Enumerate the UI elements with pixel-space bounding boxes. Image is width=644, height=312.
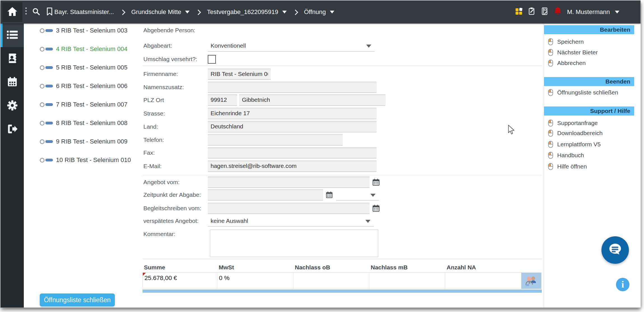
mouse-icon <box>548 59 554 67</box>
bidder-key-icon <box>40 158 53 163</box>
bookmark-icon[interactable] <box>46 7 53 17</box>
cell-summe[interactable]: 25.678,00 € <box>143 273 217 289</box>
bidder-key-icon <box>40 121 53 126</box>
chat-button[interactable] <box>601 236 629 264</box>
bidder-label: 6 RIB Test - Selenium 006 <box>56 82 127 90</box>
sidebar-item-calendar[interactable] <box>1 71 24 94</box>
contacts-icon <box>7 53 18 65</box>
mouse-icon <box>548 141 554 148</box>
sidebar-item-opening-list[interactable] <box>1 24 24 47</box>
bidder-pair-icon[interactable]: CD <box>521 273 542 289</box>
list-item[interactable]: 6 RIB Test - Selenium 006 <box>24 77 141 95</box>
sidebar-item-logout[interactable] <box>1 118 24 141</box>
ort-input[interactable] <box>239 94 386 106</box>
date-picker-icon[interactable] <box>372 204 380 212</box>
list-item[interactable]: 8 RIB Test - Selenium 008 <box>24 114 141 132</box>
cell-nachlass-mb[interactable] <box>369 273 445 289</box>
chat-bubble-icon <box>607 241 623 259</box>
zeitpunkt-uhrzeit-select[interactable] <box>336 189 379 200</box>
close-opening-list-button[interactable]: Öffnungsliste schließen <box>40 293 115 306</box>
action-speichern[interactable]: Speichern <box>548 38 634 46</box>
action-label: Lernplattform V5 <box>557 141 601 148</box>
action-hilfe-oeffnen[interactable]: Hilfe öffnen <box>548 162 634 171</box>
kommentar-textarea[interactable] <box>210 230 378 257</box>
caret-down-icon[interactable] <box>282 11 287 13</box>
umschlag-versehrt-checkbox[interactable] <box>208 55 216 64</box>
mouse-icon <box>548 130 554 137</box>
verspaetetes-angebot-select[interactable]: keine Auswahl <box>208 215 374 227</box>
list-item-selected[interactable]: 4 RIB Test - Selenium 004 <box>24 40 141 58</box>
section-divider <box>143 175 542 175</box>
caret-down-icon <box>365 220 370 223</box>
table-horizontal-scrollbar[interactable] <box>143 290 542 293</box>
home-button[interactable] <box>2 2 22 22</box>
info-icon[interactable]: i <box>616 278 629 291</box>
notebook-edit-icon[interactable] <box>541 7 549 17</box>
table-row: 25.678,00 € 0 % CD <box>143 273 542 289</box>
breadcrumb-item-tender[interactable]: Testvergabe_1622095919 <box>207 8 286 16</box>
action-lernplattform[interactable]: Lernplattform V5 <box>548 140 634 149</box>
fax-input[interactable] <box>208 147 377 158</box>
bidder-key-icon <box>40 47 53 52</box>
cell-anzahl-na[interactable] <box>445 273 521 289</box>
field-label-angebot-vom: Angebot vom: <box>143 179 208 186</box>
field-label-telefon: Telefon: <box>143 137 208 143</box>
search-icon[interactable] <box>32 7 40 17</box>
list-item[interactable]: 7 RIB Test - Selenium 007 <box>24 95 141 114</box>
breadcrumb-item-oeffnung[interactable]: Öffnung <box>304 8 334 16</box>
action-abbrechen[interactable]: Abbrechen <box>548 59 634 67</box>
field-label-email: E-Mail: <box>143 163 208 170</box>
list-item[interactable]: 10 RIB Test - Selenium 010 <box>24 151 141 169</box>
begleitschreiben-input[interactable] <box>208 203 370 214</box>
action-oeffnungsliste-schliessen[interactable]: Öffnungsliste schließen <box>548 88 634 97</box>
action-label: Nächster Bieter <box>557 49 598 56</box>
cell-mwst[interactable]: 0 % <box>217 273 293 289</box>
list-item[interactable]: 3 RIB Test - Selenium 003 <box>24 21 141 40</box>
field-label-namenszusatz: Namenszusatz: <box>143 84 208 91</box>
field-label-verspaetetes-angebot: verspätetes Angebot: <box>143 218 208 224</box>
caret-down-icon[interactable] <box>185 11 190 13</box>
notification-bell-icon[interactable] <box>554 7 562 17</box>
action-label: Abbrechen <box>557 60 586 66</box>
list-item[interactable]: 5 RIB Test - Selenium 005 <box>24 58 141 77</box>
apps-grid-icon[interactable] <box>515 7 523 17</box>
totals-table-header: Summe MwSt Nachlass oB Nachlass mB Anzah… <box>143 262 542 273</box>
abgabeart-select[interactable]: Konventionell <box>208 40 375 52</box>
action-handbuch[interactable]: Handbuch <box>548 151 634 160</box>
date-picker-icon[interactable] <box>372 178 380 186</box>
breadcrumb-item-project[interactable]: Grundschule Mitte <box>131 8 190 16</box>
firmenname-input[interactable] <box>208 68 271 80</box>
date-picker-icon[interactable] <box>326 191 333 198</box>
email-input[interactable] <box>208 160 377 172</box>
breadcrumb-label: Testvergabe_1622095919 <box>207 8 278 16</box>
breadcrumb-label: Grundschule Mitte <box>131 8 181 16</box>
chevron-right-icon <box>293 10 298 15</box>
bidder-label: 7 RIB Test - Selenium 007 <box>56 101 127 108</box>
caret-down-icon <box>366 45 371 48</box>
bidder-label: 8 RIB Test - Selenium 008 <box>56 119 127 127</box>
sidebar-item-contacts[interactable] <box>1 47 24 71</box>
angebot-vom-input[interactable] <box>208 176 370 188</box>
breadcrumb-label: Öffnung <box>304 8 326 16</box>
cell-nachlass-ob[interactable] <box>293 273 369 289</box>
action-supportanfrage[interactable]: Supportanfrage <box>548 119 634 127</box>
strasse-input[interactable] <box>208 108 377 119</box>
land-input[interactable] <box>208 121 377 132</box>
breadcrumb-item-office[interactable]: Bayr. Staatsminister... <box>54 8 114 16</box>
user-menu[interactable]: M. Mustermann <box>567 8 619 16</box>
plz-input[interactable] <box>208 94 237 106</box>
caret-down-icon[interactable] <box>330 11 334 13</box>
list-item[interactable]: 9 RIB Test - Selenium 009 <box>24 132 141 151</box>
action-naechster-bieter[interactable]: Nächster Bieter <box>548 48 634 57</box>
zeitpunkt-datum-input[interactable] <box>208 189 323 200</box>
namenszusatz-input[interactable] <box>208 82 377 93</box>
overflow-menu-icon[interactable] <box>25 7 27 19</box>
svg-text:CD: CD <box>525 283 529 286</box>
action-label: Öffnungsliste schließen <box>557 89 618 96</box>
telefon-input[interactable] <box>208 134 343 145</box>
clipboard-edit-icon[interactable] <box>528 7 536 17</box>
field-label-plz-ort: PLZ Ort <box>143 97 208 103</box>
bidder-key-icon <box>40 139 53 144</box>
action-downloadbereich[interactable]: Downloadbereich <box>548 129 634 137</box>
sidebar-item-settings[interactable] <box>1 94 24 118</box>
